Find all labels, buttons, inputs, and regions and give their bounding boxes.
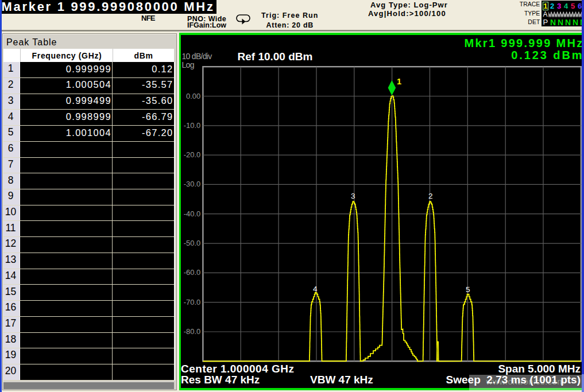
svg-text:-30.0: -30.0	[184, 180, 201, 188]
svg-text:-70.0: -70.0	[184, 298, 201, 306]
svg-text:-20.0: -20.0	[184, 150, 201, 159]
svg-text:-60.0: -60.0	[184, 268, 201, 277]
svg-text:0.00: 0.00	[186, 92, 200, 100]
svg-text:-10.0: -10.0	[184, 121, 201, 130]
svg-text:1: 1	[397, 77, 401, 86]
svg-text:-40.0: -40.0	[184, 209, 201, 218]
svg-text:-80.0: -80.0	[184, 327, 201, 336]
svg-text:-50.0: -50.0	[184, 239, 201, 247]
